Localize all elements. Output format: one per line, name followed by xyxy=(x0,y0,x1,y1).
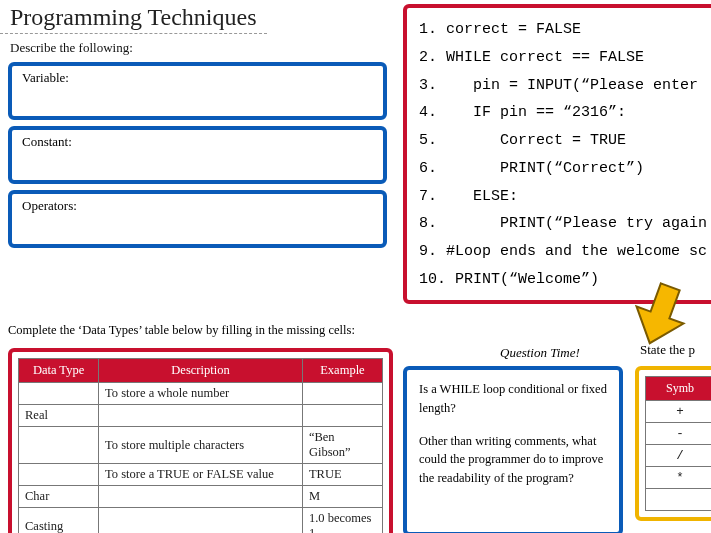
variable-label: Variable: xyxy=(22,70,69,85)
symbol-cell[interactable]: + xyxy=(646,401,712,423)
constant-box[interactable]: Constant: xyxy=(8,126,387,184)
datatypes-box: Data Type Description Example To store a… xyxy=(8,348,393,533)
code-line: 1. correct = FALSE xyxy=(419,16,711,44)
describe-prompt: Describe the following: xyxy=(0,36,395,60)
symbol-cell[interactable]: * xyxy=(646,467,712,489)
table-row: Char M xyxy=(19,486,383,508)
symbol-box: Symb + - / * xyxy=(635,366,711,521)
symbol-cell[interactable]: - xyxy=(646,423,712,445)
question-box: Is a WHILE loop conditional or fixed len… xyxy=(403,366,623,533)
th-symbol: Symb xyxy=(646,377,712,401)
question-2: Other than writing comments, what could … xyxy=(419,432,607,488)
code-line: 5. Correct = TRUE xyxy=(419,127,711,155)
code-box: 1. correct = FALSE 2. WHILE correct == F… xyxy=(403,4,711,304)
table-row: Casting 1.0 becomes 1 xyxy=(19,508,383,534)
symbol-table: Symb + - / * xyxy=(645,376,711,511)
code-line: 4. IF pin == “2316”: xyxy=(419,99,711,127)
datatypes-prompt: Complete the ‘Data Types’ table below by… xyxy=(8,323,355,338)
page-title: Programming Techniques xyxy=(0,0,267,34)
symbol-cell[interactable]: / xyxy=(646,445,712,467)
table-row: To store a whole number xyxy=(19,383,383,405)
code-line: 9. #Loop ends and the welcome sc xyxy=(419,238,711,266)
question-1: Is a WHILE loop conditional or fixed len… xyxy=(419,380,607,418)
th-example: Example xyxy=(302,359,382,383)
arrow-icon xyxy=(630,280,690,350)
code-line: 7. ELSE: xyxy=(419,183,711,211)
table-row: To store multiple characters “Ben Gibson… xyxy=(19,427,383,464)
svg-marker-0 xyxy=(630,280,690,350)
variable-box[interactable]: Variable: xyxy=(8,62,387,120)
code-line: 6. PRINT(“Correct”) xyxy=(419,155,711,183)
symbol-cell[interactable] xyxy=(646,489,712,511)
code-line: 3. pin = INPUT(“Please enter xyxy=(419,72,711,100)
table-row: To store a TRUE or FALSE value TRUE xyxy=(19,464,383,486)
th-datatype: Data Type xyxy=(19,359,99,383)
table-row: Real xyxy=(19,405,383,427)
question-time-label: Question Time! xyxy=(500,345,580,361)
code-line: 2. WHILE correct == FALSE xyxy=(419,44,711,72)
code-line: 8. PRINT(“Please try again xyxy=(419,210,711,238)
datatypes-table: Data Type Description Example To store a… xyxy=(18,358,383,533)
constant-label: Constant: xyxy=(22,134,72,149)
th-description: Description xyxy=(99,359,303,383)
operators-box[interactable]: Operators: xyxy=(8,190,387,248)
operators-label: Operators: xyxy=(22,198,77,213)
